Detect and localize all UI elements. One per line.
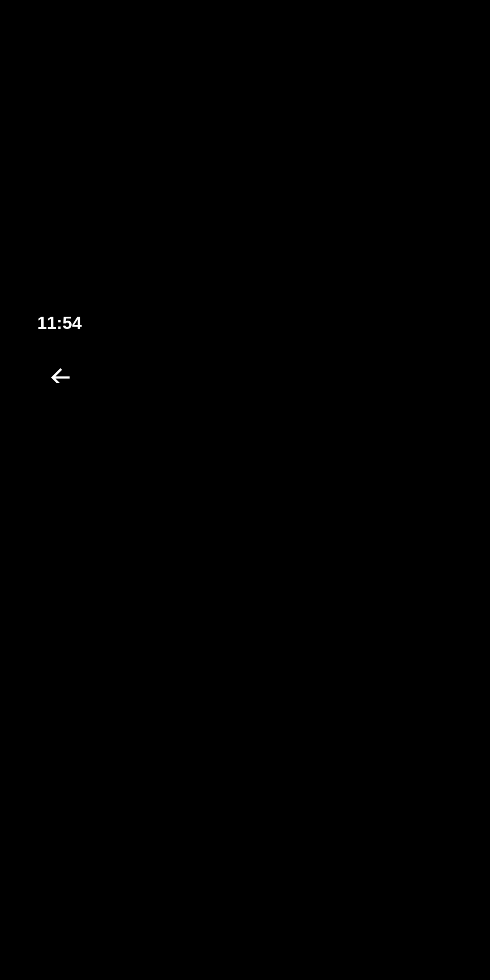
back-button[interactable] (37, 354, 83, 383)
top-bar: ? (19, 345, 177, 383)
status-time: 11:54 (37, 312, 82, 332)
status-bar: 11:54 ⏺ (19, 299, 177, 345)
